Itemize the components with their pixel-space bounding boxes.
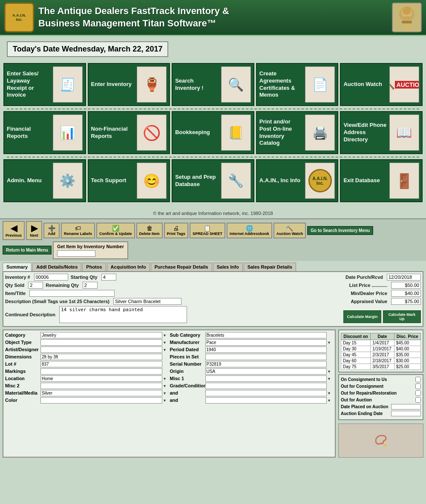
add-button[interactable]: ➕ Add (43, 223, 60, 239)
delete-item-button[interactable]: 🗑 Delete Item (136, 223, 163, 239)
tile-setup-prep-image: 🔧 (221, 163, 251, 199)
misc1-input[interactable] (205, 375, 327, 382)
out-consign-checkbox[interactable] (415, 384, 421, 389)
period-dated-input[interactable] (205, 346, 327, 353)
grade-input[interactable] (205, 383, 327, 389)
go-to-search-button[interactable]: Go to Search Inventory Menu (307, 226, 373, 235)
category-input[interactable] (40, 332, 162, 338)
tab-photos[interactable]: Photos (82, 263, 106, 271)
discount-day: Day 30 (341, 346, 371, 352)
tab-sales-info[interactable]: Sales Info (213, 263, 243, 271)
tile-exit-database[interactable]: Exit Database 🚪 (340, 159, 423, 202)
tile-non-financial[interactable]: Non-Financial Reports 🚫 (88, 111, 170, 154)
confirm-update-button[interactable]: ✅ Confirm & Update (96, 223, 135, 239)
misc2-arrow-icon: ▾ (164, 384, 169, 388)
calculate-margin-button[interactable]: Calculate Margin (343, 310, 381, 323)
tab-acquisition-info[interactable]: Acquisition Info (107, 263, 150, 271)
tile-financial-reports[interactable]: Financial Reports 📊 (3, 111, 86, 154)
and2-input[interactable] (205, 397, 327, 404)
tile-enter-sales[interactable]: Enter Sales/ Layaway Receipt or Invoice … (3, 63, 86, 106)
tile-enter-inventory[interactable]: Enter Inventory 🏺 (88, 63, 170, 106)
lower-form-area: Category ▾ Sub Category Object Type ▾ Ma… (3, 329, 336, 458)
main-grid: Enter Sales/ Layaway Receipt or Invoice … (0, 60, 426, 207)
pieces-input[interactable] (205, 354, 327, 360)
misc2-input[interactable] (40, 383, 162, 389)
tile-print-post[interactable]: Print and/or Post On-line Inventory Cata… (256, 111, 339, 154)
markings-input[interactable] (40, 368, 162, 375)
date-placed-label: Date Placed on Auction (341, 404, 389, 409)
artist-label: Artist/Designer (5, 347, 39, 352)
location-input[interactable] (40, 375, 162, 382)
header: A.A.I.N. Inc. The Antique Dealers FastTr… (0, 0, 426, 36)
rename-labels-button[interactable]: 🏷 Rename Labels (61, 223, 95, 239)
tab-summary[interactable]: Summary (3, 263, 32, 271)
right-logo: 👑 (392, 3, 422, 32)
remaining-qty-input[interactable] (83, 282, 98, 289)
item-title-input[interactable] (29, 290, 115, 297)
discount-date: 3/5/2017 (371, 364, 394, 369)
tile-search-inventory[interactable]: Search Inventory ! 🔍 (172, 63, 254, 106)
mfr-arrow-icon: ▾ (328, 340, 333, 345)
appraised-input[interactable] (391, 298, 421, 305)
list-price-input[interactable] (391, 282, 421, 289)
origin-input[interactable] (205, 368, 327, 375)
and-input[interactable] (205, 390, 327, 396)
discount-area: Discount on Date Disc. Price Day 15 1/4/… (338, 329, 423, 372)
pieces-label: Pieces in Set (170, 354, 204, 359)
inventory-number-input[interactable] (57, 250, 95, 257)
qty-sold-input[interactable] (28, 282, 43, 289)
date-bar: Today's Date Wednesday, March 22, 2017 (7, 41, 168, 57)
color-label: Color (5, 398, 39, 403)
artist-input[interactable] (40, 346, 162, 353)
material-input[interactable] (40, 390, 162, 396)
tile-auction-watch[interactable]: Auction Watch 🔨AUCTION (340, 63, 423, 106)
tile-bookkeeping[interactable]: Bookkeeping 📒 (172, 111, 254, 154)
out-auction-checkbox[interactable] (415, 397, 421, 403)
tile-view-edit-phone[interactable]: View/Edit Phone Address Directory 📖 (340, 111, 423, 154)
continued-desc-input[interactable]: 14 silver charms hand painted (59, 306, 187, 323)
discount-day: Day 45 (341, 352, 371, 358)
description-input[interactable] (113, 298, 181, 305)
inventory-num-input[interactable] (34, 274, 68, 281)
color-input[interactable] (40, 397, 162, 404)
tile-tech-support-image: 😊 (137, 163, 167, 199)
return-main-button[interactable]: Return to Main Menu (3, 246, 52, 255)
object-type-label: Object Type (5, 340, 39, 345)
spreadsheet-button[interactable]: 📋 SPREAD SHEET (190, 223, 225, 239)
app-title: The Antique Dealers FastTrack Inventory … (38, 5, 388, 29)
category-label: Category (5, 332, 39, 338)
discount-price: $25.00 (394, 364, 420, 369)
out-repairs-checkbox[interactable] (415, 390, 421, 396)
min-dealer-input[interactable] (391, 290, 421, 297)
tile-setup-prep[interactable]: Setup and Prep Database 🔧 (172, 159, 254, 202)
print-tags-button[interactable]: 🖨 Print Tags (164, 223, 188, 239)
date-purch-input[interactable] (387, 274, 421, 281)
tile-tech-support[interactable]: Tech Support 😊 (88, 159, 170, 202)
on-consign-checkbox[interactable] (415, 377, 421, 382)
object-type-input[interactable] (40, 339, 162, 346)
tile-aain-info[interactable]: A.A.IN., Inc Info A.A.I.N.Inc. (256, 159, 339, 202)
tab-sales-repair[interactable]: Sales Repair Details (244, 263, 296, 271)
misc2-label: Misc 2 (5, 383, 39, 388)
tile-create-agreements[interactable]: Create Agreements Certificates & Memos 📄 (256, 63, 339, 106)
auction-end-input[interactable] (391, 411, 421, 416)
auction-watch-tb-button[interactable]: 🔨 Auction Watch (273, 223, 306, 239)
manufacturer-input[interactable] (205, 339, 327, 346)
date-placed-input[interactable] (391, 404, 421, 410)
tab-purchase-repair[interactable]: Purchase Repair Details (151, 263, 212, 271)
discount-day: Day 15 (341, 340, 371, 346)
out-repairs-label: Out for Repairs/Restoration (341, 391, 414, 395)
dimensions-input[interactable] (40, 354, 162, 360)
starting-qty-input[interactable] (101, 274, 116, 281)
serial-input[interactable] (205, 361, 327, 367)
calculate-markup-button[interactable]: Calculate Mark Up (383, 310, 421, 323)
sub-category-input[interactable] (205, 332, 327, 338)
next-button[interactable]: ▶ Next (26, 221, 42, 240)
tab-addl-details[interactable]: Addl Details/Notes (32, 263, 81, 271)
get-by-inv-box: Get Item by Inventory Number (53, 241, 128, 259)
internet-addressbook-button[interactable]: 🌐 Internet Addressbook (227, 223, 272, 239)
date-purch-label: Date Purch/Rcvd (345, 275, 384, 280)
prev-button[interactable]: ◀ Previous (3, 221, 25, 240)
lot-input[interactable] (40, 361, 162, 367)
tile-admin-menu[interactable]: Admin. Menu ⚙️ (3, 159, 86, 202)
